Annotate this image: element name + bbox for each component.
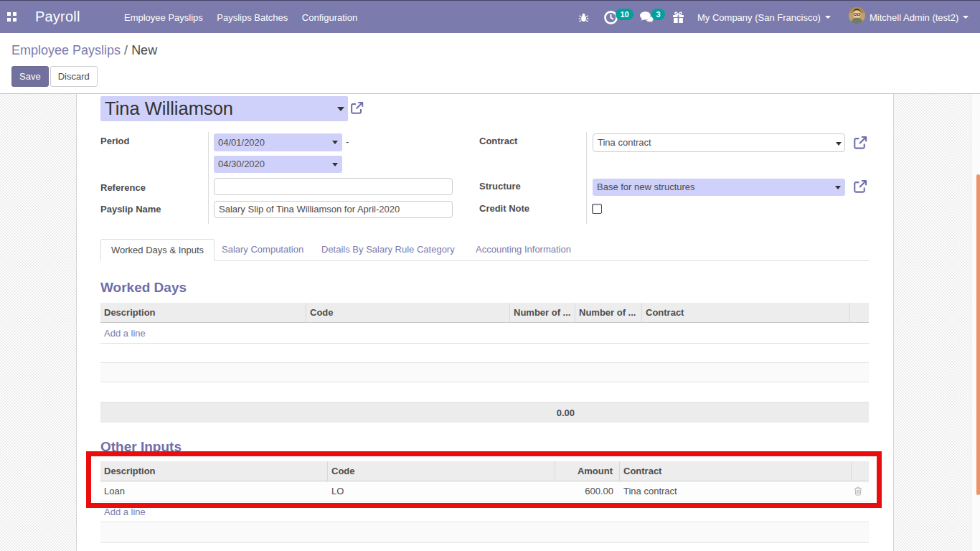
other-inputs-header-row: Description Code Amount Contract <box>100 461 869 481</box>
worked-days-header-row: Description Code Number of ... Number of… <box>100 303 869 323</box>
notebook-tabs: Worked Days & Inputs Salary Computation … <box>100 239 869 261</box>
employee-external-link-icon[interactable] <box>350 101 364 115</box>
period-from-field[interactable]: 04/01/2020 <box>214 133 342 151</box>
payslip-name-label: Payslip Name <box>100 204 161 215</box>
breadcrumb-separator: / <box>124 43 128 57</box>
trash-icon <box>854 486 862 496</box>
cell-contract[interactable]: Tina contract <box>620 481 852 501</box>
divider <box>208 132 209 224</box>
top-navbar: Payroll Employee Payslips Payslips Batch… <box>0 0 980 33</box>
column-header[interactable]: Amount <box>555 461 620 481</box>
chevron-down-icon <box>825 16 831 19</box>
column-header[interactable]: Description <box>100 461 328 481</box>
reference-input[interactable] <box>214 178 453 195</box>
messages-chat-icon[interactable]: 3 <box>639 1 654 34</box>
employee-field[interactable]: Tina Williamson <box>100 96 348 121</box>
control-panel: Employee Payslips / New Save Discard <box>0 33 980 93</box>
column-header[interactable]: Code <box>306 303 510 322</box>
avatar[interactable] <box>849 7 865 24</box>
divider <box>586 132 587 224</box>
empty-row <box>100 363 869 382</box>
column-header[interactable]: Contract <box>620 461 852 481</box>
period-to-field[interactable]: 04/30/2020 <box>214 156 342 173</box>
save-button[interactable]: Save <box>11 66 49 87</box>
worked-days-add-a-line[interactable]: Add a line <box>100 323 869 344</box>
column-header[interactable]: Number of ... <box>510 303 575 322</box>
structure-label: Structure <box>479 181 521 192</box>
other-inputs-table: Description Code Amount Contract Loan LO… <box>100 461 869 543</box>
cell-code[interactable]: LO <box>328 481 555 501</box>
scrollbar-thumb[interactable] <box>976 174 980 495</box>
breadcrumb: Employee Payslips / New <box>11 43 157 58</box>
cell-amount[interactable]: 600.00 <box>555 481 620 501</box>
structure-external-link-icon[interactable] <box>853 179 867 194</box>
structure-field[interactable]: Base for new structures <box>593 179 845 196</box>
credit-note-label: Credit Note <box>479 203 529 214</box>
user-menu[interactable]: Mitchell Admin (test2) <box>870 1 969 34</box>
tab-worked-days-inputs[interactable]: Worked Days & Inputs <box>100 239 215 261</box>
dropdown-caret-icon[interactable] <box>337 107 344 111</box>
employee-value: Tina Williamson <box>105 98 233 118</box>
payslip-name-value: Salary Slip of Tina Williamson for April… <box>219 204 400 215</box>
payslip-name-input[interactable]: Salary Slip of Tina Williamson for April… <box>214 201 453 218</box>
cell-description[interactable]: Loan <box>100 481 328 501</box>
column-header[interactable]: Number of ... <box>575 303 642 322</box>
period-from-value: 04/01/2020 <box>218 137 265 148</box>
messages-count-badge: 3 <box>651 9 665 20</box>
activities-count-badge: 10 <box>616 9 633 20</box>
period-to-value: 04/30/2020 <box>218 159 265 169</box>
worked-days-table: Description Code Number of ... Number of… <box>100 303 869 423</box>
dropdown-caret-icon[interactable] <box>836 142 842 146</box>
gift-icon[interactable] <box>672 1 684 34</box>
dropdown-caret-icon[interactable] <box>332 163 338 166</box>
contract-external-link-icon[interactable] <box>853 136 867 150</box>
column-header[interactable]: Code <box>328 461 555 481</box>
dropdown-caret-icon[interactable] <box>332 141 338 144</box>
worked-days-title: Worked Days <box>100 280 187 296</box>
contract-field[interactable]: Tina contract <box>593 133 845 152</box>
structure-value: Base for new structures <box>597 182 695 192</box>
period-label: Period <box>100 136 129 146</box>
empty-row <box>100 522 869 543</box>
tab-details-by-salary-rule-category[interactable]: Details By Salary Rule Category <box>311 239 465 261</box>
breadcrumb-parent-link[interactable]: Employee Payslips <box>11 43 121 57</box>
column-header[interactable]: Contract <box>642 303 850 322</box>
other-inputs-row-loan[interactable]: Loan LO 600.00 Tina contract <box>100 481 869 501</box>
debug-bug-icon[interactable] <box>578 1 589 34</box>
worked-days-total-row: 0.00 <box>100 402 869 423</box>
delete-row-button[interactable] <box>852 481 869 501</box>
breadcrumb-current: New <box>131 43 157 57</box>
reference-label: Reference <box>100 182 146 193</box>
company-switcher[interactable]: My Company (San Francisco) <box>697 1 831 34</box>
empty-row <box>100 382 869 402</box>
worked-days-total: 0.00 <box>510 402 575 423</box>
dropdown-caret-icon[interactable] <box>835 186 841 189</box>
contract-value: Tina contract <box>598 137 651 148</box>
form-view: Tina Williamson Period 04/01/2020 - 04/3… <box>0 93 980 551</box>
credit-note-checkbox[interactable] <box>592 204 602 214</box>
chevron-down-icon <box>963 16 969 19</box>
other-inputs-title: Other Inputs <box>100 439 182 455</box>
tab-salary-computation[interactable]: Salary Computation <box>212 239 314 261</box>
activities-clock-icon[interactable]: 10 <box>604 1 618 34</box>
company-name: My Company (San Francisco) <box>697 12 821 23</box>
column-header <box>852 461 869 481</box>
systray: 10 3 My Company (San Francisco) <box>0 1 980 34</box>
empty-row <box>100 344 869 363</box>
discard-button[interactable]: Discard <box>50 66 98 87</box>
user-name: Mitchell Admin (test2) <box>870 12 958 23</box>
contract-label: Contract <box>479 136 517 146</box>
other-inputs-add-a-line[interactable]: Add a line <box>100 501 869 522</box>
period-range-separator: - <box>346 136 349 147</box>
tab-accounting-information[interactable]: Accounting Information <box>466 239 581 261</box>
column-header[interactable]: Description <box>100 303 306 322</box>
column-header <box>850 303 869 322</box>
